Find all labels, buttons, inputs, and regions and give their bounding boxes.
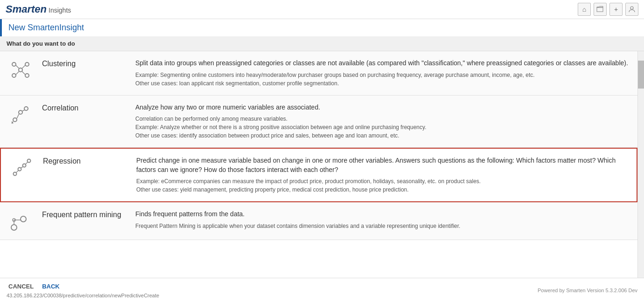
powered-by: Powered by Smarten Version 5.3.2.006 Dev	[538, 288, 637, 293]
page-title-bar: New SmartenInsight	[0, 19, 644, 36]
svg-line-10	[22, 71, 25, 75]
frequent-pattern-sub-desc1: Frequent Pattern Mining is applicable wh…	[135, 222, 631, 230]
correlation-desc: Analyze how any two or more numeric vari…	[135, 103, 631, 140]
back-button[interactable]: BACK	[40, 282, 62, 291]
svg-rect-0	[597, 7, 603, 12]
svg-line-14	[17, 114, 19, 118]
section-header: What do you want to do	[0, 36, 644, 51]
svg-point-26	[21, 216, 26, 222]
clustering-sub-desc2: Other use cases: loan applicant risk seg…	[135, 79, 631, 88]
clustering-desc: Split data into groups when preassigned …	[135, 59, 631, 88]
correlation-title: Correlation	[42, 103, 135, 112]
svg-line-9	[16, 71, 19, 75]
folder-icon[interactable]	[594, 3, 607, 16]
svg-point-21	[28, 159, 31, 163]
svg-line-24	[26, 162, 28, 164]
clustering-item[interactable]: Clustering Split data into groups when p…	[0, 51, 637, 96]
clustering-title: Clustering	[42, 59, 135, 68]
svg-line-23	[21, 167, 23, 168]
footer-url: 43.205.186.223/C00038/predictive/correla…	[7, 293, 159, 298]
user-icon[interactable]	[625, 3, 638, 16]
items-list: Clustering Split data into groups when p…	[0, 51, 637, 278]
regression-icon	[7, 156, 35, 178]
cancel-button[interactable]: CANCEL	[7, 282, 35, 291]
svg-point-1	[630, 7, 633, 9]
correlation-sub-desc2: Example: Analyze whether or not there is…	[135, 123, 631, 131]
clustering-icon	[7, 59, 35, 81]
svg-line-15	[22, 110, 25, 111]
correlation-icon	[7, 103, 35, 125]
regression-desc: Predict change in one measure variable b…	[136, 156, 630, 194]
main-content: Clustering Split data into groups when p…	[0, 51, 644, 278]
clustering-sub-desc1: Example: Segmenting online customers int…	[135, 71, 631, 79]
regression-sub-desc1: Example: eCommerce companies can measure…	[136, 177, 630, 185]
regression-sub-desc2: Other use cases: yield management, predi…	[136, 185, 630, 194]
svg-line-7	[16, 65, 19, 69]
frequent-pattern-desc: Finds frequent patterns from the data. F…	[135, 210, 631, 230]
regression-main-desc: Predict change in one measure variable b…	[136, 156, 630, 174]
svg-line-22	[16, 171, 18, 172]
svg-point-19	[18, 168, 21, 171]
frequent-pattern-title: Frequent pattern mining	[42, 210, 135, 219]
frequent-pattern-icon	[7, 210, 35, 232]
regression-title: Regression	[43, 156, 136, 165]
header-icons: ⌂ +	[578, 3, 638, 16]
correlation-item[interactable]: Correlation Analyze how any two or more …	[0, 96, 637, 148]
frequent-pattern-main-desc: Finds frequent patterns from the data.	[135, 210, 631, 219]
svg-point-2	[19, 68, 22, 72]
footer: CANCEL BACK 43.205.186.223/C00038/predic…	[0, 278, 644, 302]
frequent-pattern-item[interactable]: Frequent pattern mining Finds frequent p…	[0, 202, 637, 240]
plus-icon[interactable]: +	[609, 3, 623, 16]
svg-point-20	[23, 164, 26, 167]
svg-point-6	[25, 74, 29, 77]
scrollbar-thumb[interactable]	[638, 61, 644, 89]
section-header-label: What do you want to do	[7, 40, 75, 47]
correlation-sub-desc3: Other use cases: identify association be…	[135, 131, 631, 140]
clustering-main-desc: Split data into groups when preassigned …	[135, 59, 631, 68]
header: Smarten Insights ⌂ +	[0, 0, 644, 19]
svg-line-8	[22, 65, 25, 69]
svg-point-25	[11, 225, 17, 230]
correlation-sub-desc1: Correlation can be performed only among …	[135, 115, 631, 123]
scrollbar-track[interactable]	[637, 51, 644, 278]
regression-item[interactable]: Regression Predict change in one measure…	[0, 148, 637, 202]
svg-point-11	[13, 118, 17, 122]
page-title: New SmartenInsight	[8, 23, 84, 33]
svg-point-4	[25, 62, 29, 66]
footer-buttons: CANCEL BACK	[7, 282, 159, 291]
svg-point-18	[14, 172, 17, 176]
logo: Smarten Insights	[6, 3, 71, 15]
logo-insights: Insights	[49, 7, 71, 14]
svg-point-3	[12, 62, 16, 66]
svg-point-13	[24, 107, 28, 110]
logo-smarten: Smarten	[6, 3, 47, 15]
svg-point-12	[19, 110, 22, 114]
svg-point-5	[12, 74, 16, 77]
home-icon[interactable]: ⌂	[578, 3, 591, 16]
correlation-main-desc: Analyze how any two or more numeric vari…	[135, 103, 631, 112]
